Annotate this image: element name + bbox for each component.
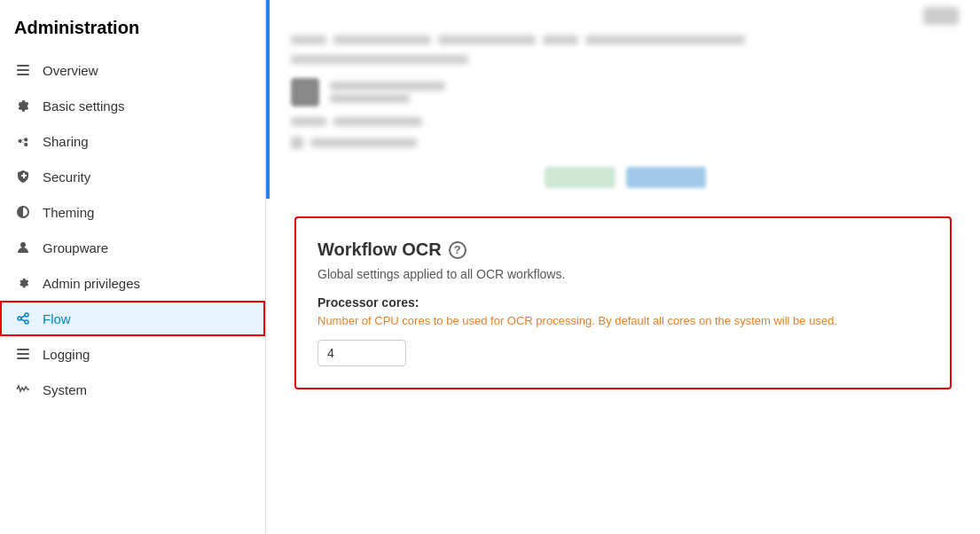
sidebar: Administration Overview Basic settings S…: [0, 0, 266, 534]
processor-cores-input[interactable]: [318, 340, 406, 366]
logging-icon: [14, 345, 32, 363]
sidebar-item-logging[interactable]: Logging: [0, 336, 265, 372]
svg-rect-9: [17, 349, 29, 350]
sidebar-item-label-theming: Theming: [43, 205, 94, 220]
svg-line-8: [21, 319, 25, 321]
basic-settings-icon: [14, 97, 32, 114]
svg-point-5: [25, 313, 28, 317]
svg-rect-11: [17, 357, 29, 359]
sidebar-item-sharing[interactable]: Sharing: [0, 123, 265, 159]
svg-rect-10: [17, 353, 29, 355]
svg-point-3: [20, 242, 26, 247]
admin-privileges-icon: [14, 274, 32, 292]
system-icon: [14, 381, 32, 398]
processor-cores-hint: Number of CPU cores to be used for OCR p…: [318, 313, 929, 329]
theming-icon: [14, 203, 32, 221]
svg-rect-0: [17, 65, 29, 67]
overview-icon: [14, 61, 32, 79]
svg-rect-2: [17, 74, 29, 75]
sidebar-item-label-basic-settings: Basic settings: [43, 98, 125, 114]
sidebar-item-flow[interactable]: Flow: [0, 301, 265, 336]
security-icon: [14, 168, 32, 185]
sidebar-item-label-overview: Overview: [43, 63, 98, 78]
sidebar-item-admin-privileges[interactable]: Admin privileges: [0, 265, 265, 301]
sidebar-item-label-system: System: [43, 382, 87, 397]
main-content: Workflow OCR ? Global settings applied t…: [266, 0, 980, 534]
sidebar-title: Administration: [0, 11, 265, 52]
svg-point-4: [18, 317, 21, 320]
ocr-panel: Workflow OCR ? Global settings applied t…: [294, 216, 952, 389]
sidebar-item-groupware[interactable]: Groupware: [0, 230, 265, 265]
groupware-icon: [14, 239, 32, 256]
sidebar-item-theming[interactable]: Theming: [0, 194, 265, 230]
sidebar-item-overview[interactable]: Overview: [0, 52, 265, 88]
processor-cores-label: Processor cores:: [318, 295, 929, 310]
sidebar-item-label-sharing: Sharing: [43, 134, 89, 149]
sidebar-item-label-logging: Logging: [43, 347, 90, 362]
help-icon[interactable]: ?: [449, 241, 466, 259]
sidebar-item-label-admin-privileges: Admin privileges: [43, 276, 140, 291]
flow-icon: [14, 310, 32, 327]
sidebar-item-security[interactable]: Security: [0, 159, 265, 194]
sidebar-item-label-groupware: Groupware: [43, 240, 108, 255]
sidebar-item-basic-settings[interactable]: Basic settings: [0, 88, 265, 123]
svg-line-7: [21, 316, 25, 318]
ocr-title-row: Workflow OCR ?: [318, 240, 929, 260]
ocr-title: Workflow OCR: [318, 240, 442, 260]
ocr-description: Global settings applied to all OCR workf…: [318, 267, 929, 281]
svg-point-6: [25, 320, 28, 324]
sidebar-item-label-flow: Flow: [43, 311, 71, 326]
svg-rect-1: [17, 69, 29, 71]
sidebar-item-system[interactable]: System: [0, 372, 265, 407]
sharing-icon: [14, 132, 32, 150]
sidebar-item-label-security: Security: [43, 169, 90, 185]
